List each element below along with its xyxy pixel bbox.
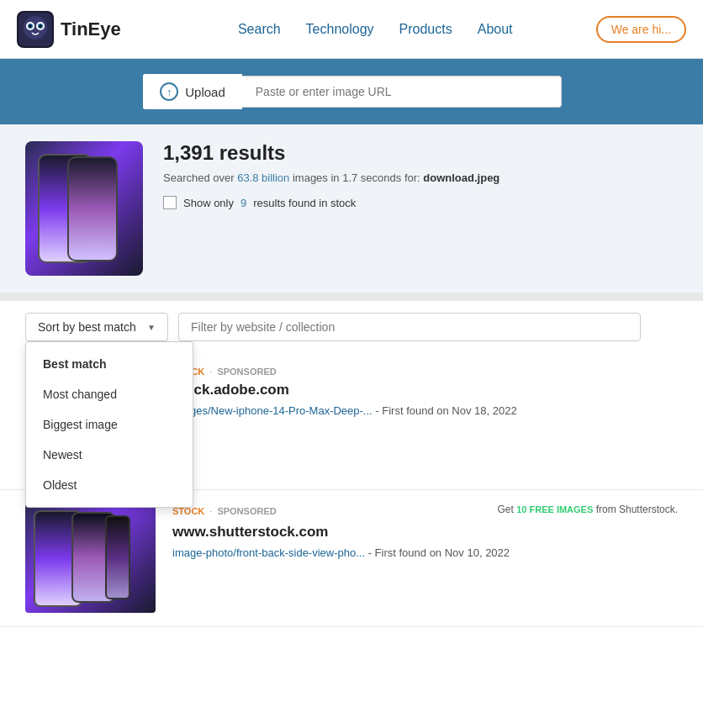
result-domain-0: stock.adobe.com [172,382,678,398]
stock-label-prefix: Show only [183,197,234,209]
results-area: 1,391 results Searched over 63.8 billion… [0,124,703,293]
svg-point-7 [29,24,32,27]
result-date-1: - First found on Nov 10, 2022 [365,546,510,559]
result-thumbnail-1 [25,504,156,613]
nav-search[interactable]: Search [238,22,281,37]
upload-button[interactable]: ↑ Upload [141,72,242,111]
meta-prefix: Searched over [163,171,237,184]
sort-label: Sort by best match [38,320,136,334]
meta-middle: images in 1.7 seconds for: [289,171,423,184]
nav-about[interactable]: About [478,22,513,37]
results-count: 1,391 results [163,141,678,165]
badge-sponsored-1: SPONSORED [217,506,276,516]
logo: TinEye [17,11,121,48]
sort-option-most-changed[interactable]: Most changed [26,379,193,409]
sort-option-oldest[interactable]: Oldest [26,470,193,500]
promo-brand: from Shutterstock. [596,504,678,515]
section-divider [0,293,703,301]
result-info-0: STOCK · SPONSORED stock.adobe.com images… [172,367,678,417]
stock-count: 9 [240,197,246,209]
results-meta: Searched over 63.8 billion images in 1.7… [163,171,678,184]
nav-technology[interactable]: Technology [306,22,374,37]
sort-dropdown-menu: Best match Most changed Biggest image Ne… [25,341,193,508]
sort-dropdown: Sort by best match ▼ Best match Most cha… [25,313,168,341]
controls-row: Sort by best match ▼ Best match Most cha… [0,301,703,353]
hiring-button[interactable]: We are hi... [596,16,686,43]
main-nav: Search Technology Products About [155,22,596,37]
results-info: 1,391 results Searched over 63.8 billion… [163,141,678,209]
result-link-1[interactable]: image-photo/front-back-side-view-pho... [172,546,365,559]
promo-free-label: 10 FREE IMAGES [516,504,593,514]
phone-shape-2 [67,156,118,261]
sort-button[interactable]: Sort by best match ▼ [25,313,168,341]
header: TinEye Search Technology Products About … [0,0,703,59]
result-badges-0: STOCK · SPONSORED [172,367,678,377]
stock-label-suffix: results found in stock [253,197,356,209]
result-date-0: - First found on Nov 18, 2022 [373,404,517,417]
badge-dot-1: · [209,506,212,516]
result-card-1: STOCK · SPONSORED Get 10 FREE IMAGES fro… [0,490,703,627]
result-badges-1: STOCK · SPONSORED Get 10 FREE IMAGES fro… [172,504,678,519]
sort-option-biggest-image[interactable]: Biggest image [26,409,193,440]
logo-text: TinEye [61,18,121,40]
badge-sponsored-0: SPONSORED [217,367,276,377]
meta-filename: download.jpeg [423,171,500,184]
stock-checkbox[interactable] [163,196,177,209]
svg-point-8 [40,24,42,27]
result-promo-1: Get 10 FREE IMAGES from Shutterstock. [498,504,678,515]
nav-products[interactable]: Products [399,22,452,37]
sort-option-best-match[interactable]: Best match [26,349,193,379]
result-domain-1: www.shutterstock.com [172,524,678,541]
upload-icon: ↑ [160,82,178,101]
tineye-logo-icon [17,11,54,48]
chevron-down-icon: ▼ [147,323,156,332]
badge-dot-0: · [209,367,212,377]
filter-input[interactable] [178,313,641,341]
meta-billion-link[interactable]: 63.8 billion [237,171,289,184]
result-info-1: STOCK · SPONSORED Get 10 FREE IMAGES fro… [172,504,678,559]
search-bar: ↑ Upload [0,59,703,124]
result-link-0[interactable]: images/New-iphone-14-Pro-Max-Deep-... [172,404,373,417]
stock-filter: Show only 9 results found in stock [163,196,678,209]
query-image [25,141,143,276]
sort-option-newest[interactable]: Newest [26,440,193,470]
thumb-phone-5 [105,515,130,599]
url-input[interactable] [242,76,562,108]
